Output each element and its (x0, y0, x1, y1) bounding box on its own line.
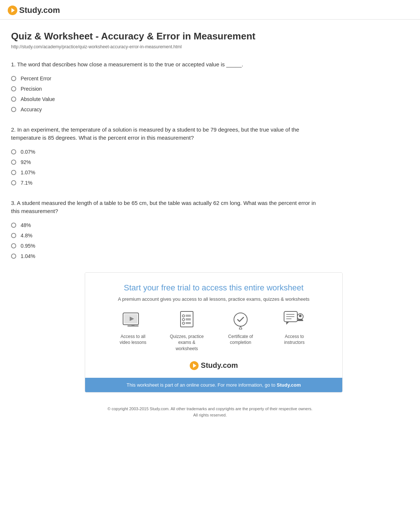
question-1: 1. The word that describes how close a m… (11, 60, 321, 112)
answer-option[interactable]: 1.04% (11, 253, 321, 259)
trial-box: Start your free trial to access this ent… (85, 272, 343, 393)
answer-option[interactable]: 0.07% (11, 149, 321, 155)
rights-text: All rights reserved. (7, 412, 413, 419)
page-url: http://study.com/academy/practice/quiz-w… (11, 44, 321, 49)
footer: © copyright 2003-2015 Study.com. All oth… (0, 400, 420, 430)
trial-title: Start your free trial to access this ent… (96, 283, 331, 293)
answer-option[interactable]: 4.8% (11, 233, 321, 238)
answer-option[interactable]: Absolute Value (11, 96, 321, 102)
svg-point-17 (234, 313, 247, 326)
feature-instructors-label: Access toinstructors (284, 334, 304, 346)
answer-option[interactable]: Precision (11, 86, 321, 92)
answer-label: 0.07% (21, 149, 35, 155)
radio-button[interactable] (11, 233, 16, 238)
cta-link[interactable]: Study.com (277, 382, 301, 388)
radio-button[interactable] (11, 76, 16, 81)
main-content: Quiz & Worksheet - Accuracy & Error in M… (0, 20, 332, 259)
answer-label: 4.8% (21, 233, 32, 238)
trial-logo-text: Study.com (201, 361, 238, 370)
feature-quizzes: Quizzes, practiceexams & worksheets (167, 311, 207, 352)
svg-line-19 (241, 326, 242, 329)
svg-rect-6 (132, 325, 134, 326)
features-row: Access to allvideo lessons (96, 311, 331, 352)
question-3: 3. A student measured the length of a ta… (11, 199, 321, 259)
answer-label: 1.07% (21, 170, 35, 175)
instructor-icon (283, 311, 305, 330)
logo-text: Study.com (19, 6, 60, 15)
radio-button[interactable] (11, 160, 16, 165)
feature-quizzes-label: Quizzes, practiceexams & worksheets (167, 334, 207, 352)
answer-label: Absolute Value (21, 96, 55, 102)
certificate-icon (230, 311, 252, 330)
radio-button[interactable] (11, 223, 16, 228)
answer-label: Precision (21, 86, 42, 92)
answer-label: Percent Error (21, 76, 51, 81)
answer-label: 0.95% (21, 243, 35, 249)
feature-certificate-label: Certificate ofcompletion (228, 334, 253, 346)
feature-instructors: Access toinstructors (274, 311, 315, 352)
answer-option[interactable]: 0.95% (11, 243, 321, 249)
svg-point-11 (182, 318, 185, 321)
trial-subtitle: A premium account gives you access to al… (96, 296, 331, 302)
answer-option[interactable]: 7.1% (11, 180, 321, 186)
answer-option[interactable]: 1.07% (11, 170, 321, 175)
question-1-text: 1. The word that describes how close a m… (11, 60, 321, 69)
radio-button[interactable] (11, 86, 16, 91)
answer-label: Accuracy (21, 107, 42, 112)
answer-label: 7.1% (21, 180, 32, 186)
trial-logo: Study.com (96, 361, 331, 370)
svg-point-8 (182, 315, 185, 317)
svg-marker-25 (286, 322, 289, 325)
svg-point-14 (182, 322, 185, 324)
site-header: Study.com (0, 0, 420, 20)
answer-option[interactable]: Percent Error (11, 76, 321, 81)
answer-option[interactable]: 48% (11, 222, 321, 228)
feature-video-label: Access to allvideo lessons (120, 334, 147, 346)
radio-button[interactable] (11, 97, 16, 102)
radio-button[interactable] (11, 180, 16, 185)
logo[interactable]: Study.com (7, 5, 60, 15)
radio-button[interactable] (11, 107, 16, 112)
answer-label: 92% (21, 159, 31, 165)
cta-text: This worksheet is part of an online cour… (126, 382, 277, 388)
svg-point-27 (299, 314, 302, 317)
answer-label: 1.04% (21, 253, 35, 259)
logo-icon (7, 5, 18, 15)
trial-logo-icon (189, 361, 199, 370)
question-2-text: 2. In an experiment, the temperature of … (11, 126, 321, 142)
answer-label: 48% (21, 222, 31, 228)
radio-button[interactable] (11, 149, 16, 154)
video-icon (122, 311, 144, 330)
question-3-text: 3. A student measured the length of a ta… (11, 199, 321, 216)
feature-certificate: Certificate ofcompletion (220, 311, 261, 352)
copyright-text: © copyright 2003-2015 Study.com. All oth… (7, 406, 413, 412)
cta-banner: This worksheet is part of an online cour… (85, 378, 342, 392)
question-2: 2. In an experiment, the temperature of … (11, 126, 321, 186)
answer-option[interactable]: Accuracy (11, 107, 321, 112)
page-title: Quiz & Worksheet - Accuracy & Error in M… (11, 31, 321, 42)
radio-button[interactable] (11, 243, 16, 248)
svg-line-18 (239, 326, 241, 329)
radio-button[interactable] (11, 254, 16, 259)
quiz-icon (176, 311, 198, 330)
radio-button[interactable] (11, 170, 16, 175)
answer-option[interactable]: 92% (11, 159, 321, 165)
trial-box-inner: Start your free trial to access this ent… (85, 273, 342, 378)
feature-video: Access to allvideo lessons (113, 311, 153, 352)
